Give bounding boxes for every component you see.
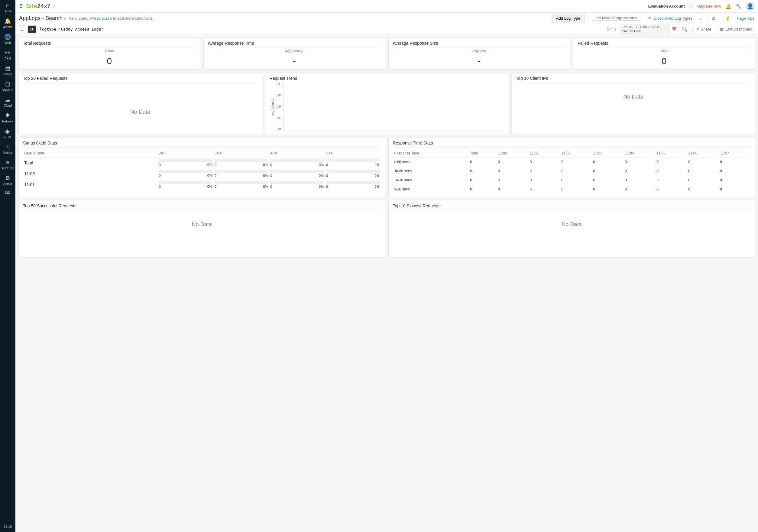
server-icon: ▤ xyxy=(2,65,14,72)
kpi-card: Average Response Timeavg(latency)- xyxy=(203,38,385,70)
panel-request-trend: Request Trend avg(latency) 0.050.040.030… xyxy=(265,73,509,134)
search-icon[interactable]: 🔍 xyxy=(679,26,690,32)
discovered-log-types-link[interactable]: 👁 Discovered Log Types xyxy=(648,16,692,20)
sidebar-item-cloud[interactable]: ☁Cloud xyxy=(2,94,14,110)
chart-plot xyxy=(283,83,504,131)
help-icon[interactable]: ? xyxy=(614,27,617,32)
edit-dashboard-button[interactable]: ▦ Edit Dashboard xyxy=(717,25,756,34)
table-row: 5-10 secs000000000 xyxy=(393,185,751,194)
home-small-icon[interactable]: ⌂ xyxy=(696,16,705,20)
sidebar-item-metrics[interactable]: ≋Metrics xyxy=(2,141,14,157)
add-log-type-button[interactable]: Add Log Type xyxy=(552,14,585,23)
sidebar-item-server[interactable]: ▤Server xyxy=(2,62,14,78)
eye-icon: 👁 xyxy=(648,16,652,20)
sidebar-item-rum[interactable]: ◉RUM xyxy=(2,125,14,141)
sidebar-item-network[interactable]: ✱Network xyxy=(2,110,14,125)
sidebar-item-apm[interactable]: 👓APM xyxy=(2,47,14,62)
info-icon[interactable]: ⓘ xyxy=(689,4,693,9)
kpi-card: Failed RequestsCount0 xyxy=(573,38,755,70)
panel-status-code-stats: Status Code Stats Date & Time2XX3XX4XX5X… xyxy=(18,137,385,197)
pie-view-button[interactable]: ◔ xyxy=(27,25,36,33)
wrench-icon[interactable]: 🔧 xyxy=(736,3,742,9)
share-button[interactable]: ↗ Share xyxy=(692,25,714,34)
upgrade-link[interactable]: Upgrade Now xyxy=(697,4,721,9)
share-icon: ↗ xyxy=(696,27,699,31)
network-icon: ✱ xyxy=(2,112,14,119)
page-title: AppLogs - Search ▾ xyxy=(19,15,66,21)
list-view-button[interactable]: ☰ xyxy=(18,25,26,33)
no-data-label: No Data xyxy=(516,85,750,109)
apm-icon: 👓 xyxy=(2,49,14,56)
apps-grid-icon[interactable]: ⠿ xyxy=(19,3,23,10)
panel-top-client-ips: Top 10 Client IPs No Data xyxy=(511,73,755,134)
table-row: > 60 secs000000000 xyxy=(393,158,751,167)
page-header: AppLogs - Search ▾ Valid query. Press sp… xyxy=(16,13,758,24)
rum-icon: ◉ xyxy=(2,128,14,134)
panel-response-time-stats: Response Time Stats Response TimeTotal11… xyxy=(388,137,755,197)
query-input[interactable] xyxy=(37,26,607,33)
sidebar-item-alarms[interactable]: 🔔Alarms xyxy=(2,16,14,31)
applogs-icon: ≡ xyxy=(2,159,14,166)
avatar[interactable]: 👤 xyxy=(746,2,754,11)
table-row: 10-30 secs000000000 xyxy=(393,176,751,185)
chart-ylabel: avg(latency) xyxy=(270,83,276,131)
grid-icon: ▦ xyxy=(720,27,724,31)
vmware-icon: ▢ xyxy=(2,81,14,88)
no-data-label: No Data xyxy=(393,212,751,237)
date-range-picker[interactable]: Feb 15, 11:00:00 - Feb 15, 1... Custom D… xyxy=(619,24,670,34)
bulb-icon: 💡 xyxy=(722,16,733,20)
panel-top-failed-requests: Top 20 Failed Requests No Data xyxy=(18,73,262,134)
sidebar-item-vmware[interactable]: ▢VMware xyxy=(2,78,14,94)
sidebar-item-admin[interactable]: ⚙Admin xyxy=(2,172,14,188)
query-status: Valid query. Press space to add more con… xyxy=(69,16,154,20)
bell-icon[interactable]: 🔔 xyxy=(725,3,731,9)
table-row: 11:0100%00%00%00% xyxy=(23,179,381,190)
kpi-card: Average Response Sizeavg(size)- xyxy=(388,38,570,70)
cloud-icon: ☁ xyxy=(2,96,14,103)
sidebar: ⌂Home🔔Alarms🌐Web👓APM▤Server▢VMware☁Cloud… xyxy=(0,0,16,532)
panel-top-slowest-requests: Top 10 Slowest Requests No Data xyxy=(388,200,755,258)
table-row: 30-60 secs000000000 xyxy=(393,166,751,176)
page-tips-link[interactable]: Page Tips xyxy=(737,16,754,20)
admin-icon: ⚙ xyxy=(2,175,14,181)
table-row: Total00%00%00%00% xyxy=(23,158,381,169)
kpi-card: Total RequestsCount0 xyxy=(18,38,200,70)
panel-top-successful-requests: Top 50 Successful Requests No Data xyxy=(18,200,385,258)
logs-collected: 6.9 MB/5 GB logs collected xyxy=(588,16,644,21)
logo[interactable]: Site24x7 xyxy=(26,3,51,10)
no-data-label: No Data xyxy=(23,85,258,124)
dashboard: Total RequestsCount0Average Response Tim… xyxy=(16,34,758,532)
sidebar-time: 21:19 xyxy=(4,521,12,532)
sidebar-item-home[interactable]: ⌂Home xyxy=(2,0,14,16)
chart-icon[interactable]: ▦ xyxy=(708,16,718,20)
clear-icon[interactable]: ⓧ xyxy=(607,26,612,32)
sidebar-item-applogs[interactable]: ≡AppLogs xyxy=(2,157,14,172)
sidebar-item-web[interactable]: 🌐Web xyxy=(2,31,14,47)
metrics-icon: ≋ xyxy=(2,144,14,150)
account-label: Evaluation Account xyxy=(648,4,685,9)
no-data-label: No Data xyxy=(23,212,381,237)
home-icon: ⌂ xyxy=(2,2,14,9)
calendar-icon[interactable]: 📅 xyxy=(672,27,677,31)
topbar: ⠿ Site24x7 ⤢ Evaluation Account ⓘ Upgrad… xyxy=(16,0,758,13)
expand-icon[interactable]: ⤢ xyxy=(52,4,55,9)
web-icon: 🌐 xyxy=(2,34,14,40)
table-row: 11:0000%00%00%00% xyxy=(23,168,381,179)
alarms-icon: 🔔 xyxy=(2,18,14,24)
query-bar: ☰ ◔ ⓧ ? Feb 15, 11:00:00 - Feb 15, 1... … xyxy=(16,24,758,34)
sidebar-edit[interactable]: Edit xyxy=(0,188,16,196)
